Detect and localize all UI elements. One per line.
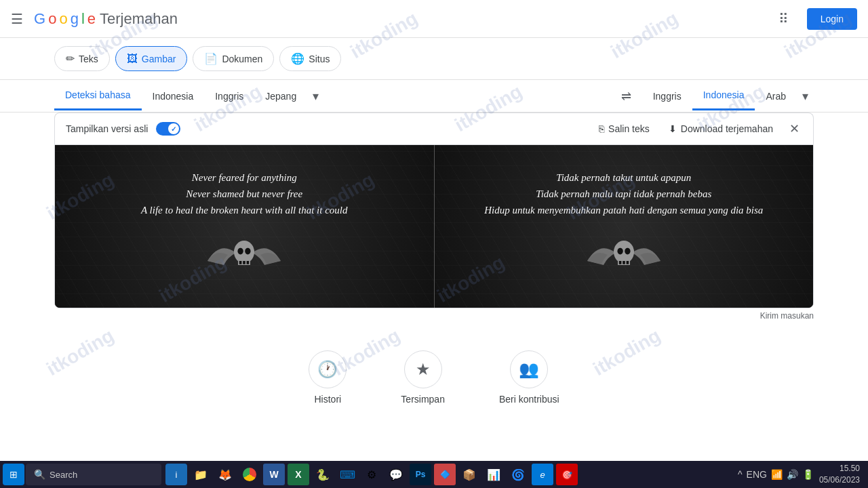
taskbar-app-chrome[interactable]	[239, 464, 260, 485]
source-language-selector: Deteksi bahasa Indonesia Inggris Jepang …	[54, 81, 610, 110]
taskbar-volume-icon[interactable]: 🔊	[787, 469, 798, 480]
histori-icon-circle: 🕐	[309, 350, 347, 388]
translated-image-bg: Tidak pernah takut untuk apapun Tidak pe…	[435, 145, 814, 308]
show-original-toggle[interactable]: ✓	[156, 122, 180, 136]
skull-decoration-right	[583, 229, 665, 284]
firefox-icon: 🦊	[218, 468, 232, 481]
kontribusi-button[interactable]: 👥 Beri kontribusi	[499, 350, 559, 405]
taskbar-system-icons: ^ ENG 📶 🔊 🔋	[738, 469, 814, 480]
target-language-selector: Inggris Indonesia Arab ▾	[642, 81, 814, 110]
translated-image: Tidak pernah takut untuk apapun Tidak pe…	[435, 145, 814, 308]
taskbar-app-misc2[interactable]: 🔷	[434, 464, 456, 485]
taskbar-app-explorer[interactable]: 📁	[190, 464, 212, 485]
translated-text: Tidak pernah takut untuk apapun Tidak pe…	[484, 169, 763, 218]
windows-icon: ⊞	[9, 469, 18, 480]
situs-icon: 🌐	[291, 52, 304, 65]
taskbar-wifi-icon[interactable]: 📶	[771, 469, 783, 480]
svg-point-3	[245, 247, 250, 254]
taskbar-right: ^ ENG 📶 🔊 🔋 15.50 05/06/2023	[738, 463, 865, 486]
tab-situs[interactable]: 🌐 Situs	[279, 46, 341, 71]
taskbar-search[interactable]: 🔍 Search	[26, 464, 161, 485]
folder-icon: 📁	[194, 468, 208, 481]
copy-icon: ⎘	[599, 123, 604, 134]
original-text: Never feared for anything Never shamed b…	[141, 169, 348, 218]
bottom-actions: 🕐 Histori ★ Tersimpan 👥 Beri kontribusi	[0, 350, 868, 405]
show-original-label: Tampilkan versi asli	[66, 123, 148, 134]
menu-icon[interactable]: ☰	[11, 11, 23, 27]
skull-decoration-left	[203, 229, 285, 284]
download-icon: ⬇	[669, 123, 677, 134]
tersimpan-icon-circle: ★	[404, 350, 442, 388]
toggle-knob: ✓	[168, 123, 179, 134]
search-icon: 🔍	[34, 469, 45, 480]
taskbar-battery-icon[interactable]: 🔋	[802, 469, 814, 480]
start-button[interactable]: ⊞	[3, 464, 24, 485]
taskbar-app-misc1[interactable]: ⚙	[361, 464, 382, 485]
chrome-icon	[243, 468, 256, 481]
taskbar-clock: 15.50 05/06/2023	[819, 463, 860, 486]
taskbar-app-firefox[interactable]: 🦊	[214, 464, 236, 485]
swap-languages-button[interactable]: ⇌	[610, 89, 642, 104]
taskbar-app-misc5[interactable]: 🎯	[556, 464, 578, 485]
tersimpan-button[interactable]: ★ Tersimpan	[401, 350, 445, 405]
vscode-icon: ⌨	[340, 468, 355, 481]
taskbar-arrow-icon[interactable]: ^	[738, 469, 743, 480]
taskbar-app-misc4[interactable]: 📊	[483, 464, 505, 485]
teks-icon: ✏	[66, 52, 75, 65]
original-image-bg: Never feared for anything Never shamed b…	[55, 145, 434, 308]
login-button[interactable]: Login	[807, 8, 857, 30]
svg-rect-11	[619, 261, 622, 264]
dokumen-icon: 📄	[204, 52, 218, 65]
apps-grid-icon[interactable]: ⠿	[772, 7, 796, 31]
svg-rect-6	[247, 261, 250, 264]
source-lang-more-icon[interactable]: ▾	[307, 83, 324, 109]
taskbar-lang-icon: ENG	[747, 469, 767, 480]
source-lang-jepang[interactable]: Jepang	[254, 83, 307, 110]
taskbar-app-misc3[interactable]: 📦	[458, 464, 480, 485]
tab-dokumen[interactable]: 📄 Dokumen	[193, 46, 274, 71]
svg-point-2	[238, 247, 243, 254]
svg-rect-5	[243, 261, 245, 264]
header: ☰ Google Terjemahan ⠿ Login	[0, 0, 868, 38]
taskbar-app-photoshop[interactable]: Ps	[410, 464, 431, 485]
taskbar-apps: i 📁 🦊 W X 🐍 ⌨ ⚙ 💬 Ps	[165, 464, 578, 485]
histori-button[interactable]: 🕐 Histori	[309, 350, 347, 405]
taskbar-app-vscode[interactable]: ⌨	[336, 464, 358, 485]
target-lang-arab[interactable]: Arab	[755, 83, 797, 110]
tab-teks[interactable]: ✏ Teks	[54, 46, 110, 71]
svg-point-9	[617, 247, 623, 254]
svg-rect-4	[239, 261, 242, 264]
taskbar-app-whatsapp[interactable]: 💬	[385, 464, 407, 485]
source-lang-inggris[interactable]: Inggris	[204, 83, 254, 110]
target-lang-more-icon[interactable]: ▾	[797, 83, 814, 109]
copy-text-button[interactable]: ⎘ Salin teks	[593, 121, 655, 137]
taskbar-app-unknown1[interactable]: i	[165, 464, 187, 485]
tab-gambar[interactable]: 🖼 Gambar	[115, 46, 188, 71]
star-icon: ★	[416, 360, 431, 379]
taskbar-app-edge-chrome[interactable]: 🌀	[507, 464, 529, 485]
svg-point-10	[625, 247, 630, 254]
target-lang-indonesia[interactable]: Indonesia	[692, 81, 755, 110]
show-original-bar: Tampilkan versi asli ✓ ⎘ Salin teks ⬇ Do…	[54, 113, 814, 144]
taskbar-app-python[interactable]: 🐍	[312, 464, 334, 485]
taskbar-app-edge[interactable]: e	[532, 464, 553, 485]
image-section: Never feared for anything Never shamed b…	[54, 144, 814, 308]
svg-rect-12	[623, 261, 625, 264]
gambar-icon: 🖼	[127, 53, 138, 65]
taskbar: ⊞ 🔍 Search i 📁 🦊 W X 🐍 ⌨ ⚙	[0, 461, 868, 488]
mode-tabs: ✏ Teks 🖼 Gambar 📄 Dokumen 🌐 Situs	[0, 38, 868, 80]
send-feedback: Kirim masukan	[0, 308, 868, 323]
close-button[interactable]: ✕	[787, 119, 802, 139]
python-icon: 🐍	[316, 468, 330, 481]
taskbar-app-word[interactable]: W	[263, 464, 285, 485]
language-bar: Deteksi bahasa Indonesia Inggris Jepang …	[0, 80, 868, 113]
download-button[interactable]: ⬇ Download terjemahan	[663, 121, 778, 137]
people-icon: 👥	[519, 360, 539, 379]
whatsapp-icon: 💬	[389, 468, 403, 481]
source-lang-indonesia[interactable]: Indonesia	[142, 83, 205, 110]
source-lang-detect[interactable]: Deteksi bahasa	[54, 81, 142, 110]
taskbar-app-excel[interactable]: X	[288, 464, 309, 485]
target-lang-inggris[interactable]: Inggris	[642, 83, 692, 110]
history-icon: 🕐	[317, 360, 338, 379]
original-image: Never feared for anything Never shamed b…	[55, 145, 435, 308]
